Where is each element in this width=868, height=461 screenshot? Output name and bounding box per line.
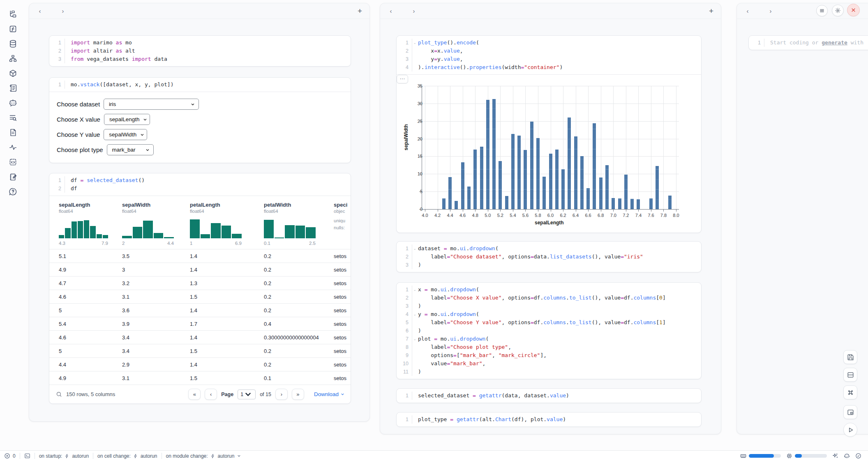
column-back-button[interactable]: ‹	[388, 7, 394, 14]
page-select[interactable]: 1	[238, 390, 256, 399]
cell-selected-dataset[interactable]: 1selected_dataset = getattr(data, datase…	[396, 388, 702, 403]
chart-menu-button[interactable]: ⋯	[397, 75, 408, 83]
code-line[interactable]: label="Choose dataset", options=data.lis…	[412, 253, 701, 261]
layout-select-button[interactable]	[843, 368, 857, 382]
connection-status[interactable]	[855, 453, 861, 459]
column-forward-button[interactable]: ›	[411, 7, 417, 14]
sidebar-item-help[interactable]	[8, 187, 17, 196]
cell-imports[interactable]: 1import marimo as mo2import altair as al…	[49, 35, 351, 67]
code-line[interactable]: value="mark_bar",	[412, 360, 701, 368]
code-line[interactable]: )	[412, 261, 701, 269]
sidebar-item-snippets[interactable]	[8, 157, 17, 166]
table-row[interactable]: 53.41.50.2setos	[49, 344, 351, 357]
code-line[interactable]: selected_dataset = getattr(data, dataset…	[412, 392, 701, 400]
column-header-speci[interactable]: speciobjecuniqunulls:	[334, 202, 351, 246]
cell-plot[interactable]: 1⌄plot_type().encode(2 x=x.value,3 y=y.v…	[396, 35, 702, 233]
sidebar-item-functions[interactable]	[8, 24, 17, 33]
table-row[interactable]: 4.93.11.50.1setos	[49, 371, 351, 385]
sidebar-item-dependency-graph[interactable]	[8, 54, 17, 63]
sidebar-item-scratchpad[interactable]	[8, 172, 17, 181]
save-button[interactable]	[843, 350, 857, 364]
code-line[interactable]: plot = mo.ui.dropdown(	[412, 335, 701, 343]
run-config-1[interactable]: on cell change:autorun	[97, 453, 157, 459]
cpu-usage[interactable]	[786, 453, 827, 459]
copilot-button[interactable]	[844, 453, 850, 459]
cell-dataframe[interactable]: 1df = selected_dataset()2dfsepalLengthfl…	[49, 173, 351, 404]
sidebar-item-search-list[interactable]	[8, 113, 17, 122]
terminal-button[interactable]	[24, 453, 30, 459]
cell-editor[interactable]: 1plot_type = getattr(alt.Chart(df), plot…	[397, 413, 701, 426]
column-header-sepalLength[interactable]: sepalLengthfloat644.37.9	[59, 202, 122, 246]
generate-with-ai-link[interactable]: generate	[822, 39, 847, 46]
download-button[interactable]: Download	[314, 391, 345, 397]
code-line[interactable]: mo.vstack([dataset, x, y, plot])	[65, 81, 351, 89]
shutdown-button[interactable]	[847, 4, 860, 16]
code-line[interactable]: y = mo.ui.dropdown(	[412, 310, 701, 318]
run-config-0[interactable]: on startup:autorun	[39, 453, 89, 459]
code-line[interactable]: import altair as alt	[65, 47, 351, 55]
cell-editor[interactable]: 1mo.vstack([dataset, x, y, plot])	[49, 78, 351, 92]
column-header-petalLength[interactable]: petalLengthfloat6416.9	[190, 202, 264, 246]
column-forward-button[interactable]: ›	[767, 7, 774, 14]
plot-type-select[interactable]: mark_bar	[107, 144, 154, 155]
dataset-select[interactable]: iris	[104, 99, 199, 110]
keyboard-shortcuts-button[interactable]	[843, 385, 857, 399]
sidebar-item-logs[interactable]	[8, 83, 17, 92]
column-forward-button[interactable]: ›	[60, 7, 66, 14]
table-row[interactable]: 53.61.40.2setos	[49, 303, 351, 317]
sidebar-item-tracebacks[interactable]	[8, 143, 17, 152]
cell-editor[interactable]: 1import marimo as mo2import altair as al…	[49, 36, 351, 66]
last-page-button[interactable]: »	[292, 389, 304, 400]
code-line[interactable]: plot_type().encode(	[412, 39, 701, 47]
column-header-sepalWidth[interactable]: sepalWidthfloat6424.4	[122, 202, 190, 246]
code-line[interactable]: df = selected_dataset()	[65, 176, 351, 184]
cell-vstack[interactable]: 1mo.vstack([dataset, x, y, plot])Choose …	[49, 77, 351, 163]
cell-editor[interactable]: 1⌄dataset = mo.ui.dropdown(2 label="Choo…	[397, 242, 701, 272]
next-page-button[interactable]: ›	[275, 389, 288, 400]
altair-chart[interactable]: 051015202530354.04.24.44.64.85.05.25.45.…	[397, 75, 701, 233]
table-row[interactable]: 4.73.21.30.2setos	[49, 276, 351, 290]
sidebar-item-file-tree[interactable]	[8, 9, 17, 18]
code-line[interactable]: label="Choose Y value", options=df.colum…	[412, 318, 701, 327]
column-header-petalWidth[interactable]: petalWidthfloat640.12.5	[264, 202, 334, 246]
code-line[interactable]: x = mo.ui.dropdown(	[412, 286, 701, 294]
table-row[interactable]: 4.42.91.40.2setos	[49, 357, 351, 371]
table-row[interactable]: 5.13.51.40.2setos	[49, 249, 351, 263]
menu-button[interactable]	[816, 5, 828, 16]
sidebar-item-packages[interactable]	[8, 69, 17, 78]
add-cell-button[interactable]: +	[709, 7, 713, 16]
cell-editor[interactable]: 1⌄plot_type().encode(2 x=x.value,3 y=y.v…	[397, 36, 701, 74]
cell-xy-plot-dropdowns[interactable]: 1⌄x = mo.ui.dropdown(2 label="Choose X v…	[396, 282, 702, 379]
run-config-2[interactable]: on module change:autorun	[166, 453, 242, 459]
table-row[interactable]: 4.63.41.40.30000000000000004setos	[49, 330, 351, 344]
code-line[interactable]: options=["mark_bar", "mark_circle"],	[412, 351, 701, 360]
code-line[interactable]: )	[412, 327, 701, 335]
cell-editor[interactable]: 1⌄x = mo.ui.dropdown(2 label="Choose X v…	[397, 283, 701, 379]
code-line[interactable]: ).interactive().properties(width="contai…	[412, 63, 701, 71]
code-line[interactable]: label="Choose plot type",	[412, 343, 701, 351]
cell-editor[interactable]: 1df = selected_dataset()2df	[49, 173, 351, 196]
first-page-button[interactable]: «	[188, 389, 201, 400]
table-row[interactable]: 4.931.40.2setos	[49, 263, 351, 276]
table-row[interactable]: 4.63.11.50.2setos	[49, 290, 351, 303]
ram-usage[interactable]	[740, 453, 781, 459]
column-back-button[interactable]: ‹	[37, 7, 43, 14]
code-line[interactable]: df	[65, 184, 351, 193]
code-line[interactable]: plot_type = getattr(alt.Chart(df), plot.…	[412, 415, 701, 424]
cell-dataset-dropdown[interactable]: 1⌄dataset = mo.ui.dropdown(2 label="Choo…	[396, 241, 702, 272]
minimal-mode-button[interactable]	[843, 405, 857, 419]
x-value-select[interactable]: sepalLength	[104, 114, 150, 125]
cell-editor[interactable]: Start coding or generate with	[764, 39, 868, 47]
empty-cell[interactable]: 1 Start coding or generate with	[748, 35, 868, 50]
ai-assist-button[interactable]	[832, 453, 838, 459]
sidebar-item-documentation[interactable]	[8, 128, 17, 137]
settings-button[interactable]	[832, 5, 844, 16]
sidebar-item-database[interactable]	[8, 39, 17, 48]
column-back-button[interactable]: ‹	[744, 7, 751, 14]
code-line[interactable]: label="Choose X value", options=df.colum…	[412, 294, 701, 302]
cell-editor[interactable]: 1selected_dataset = getattr(data, datase…	[397, 389, 701, 403]
error-indicator[interactable]: 0	[4, 453, 16, 459]
code-line[interactable]: y=y.value,	[412, 55, 701, 63]
prev-page-button[interactable]: ‹	[205, 389, 217, 400]
sidebar-item-chat[interactable]	[8, 98, 17, 107]
